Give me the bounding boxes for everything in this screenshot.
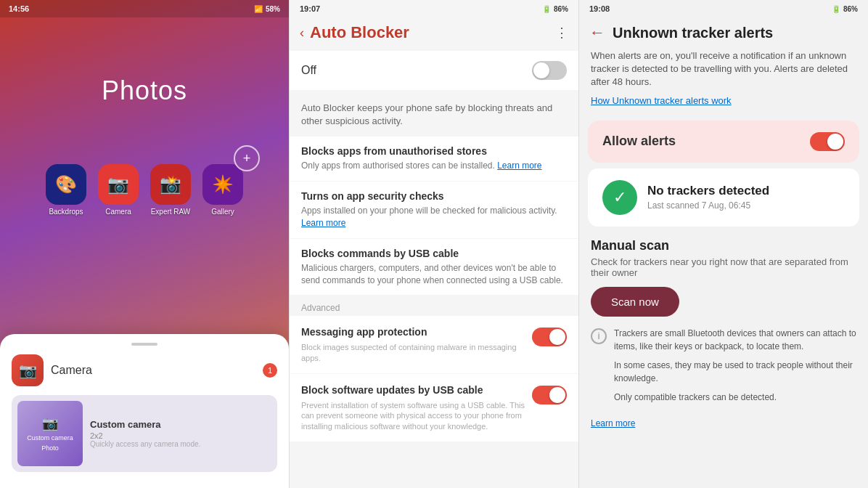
time-2: 19:07	[300, 4, 320, 13]
preview-thumb-label: Custom camera	[27, 434, 73, 442]
messaging-protection-row[interactable]: Messaging app protection Block images su…	[290, 316, 578, 373]
info-icon: i	[591, 328, 607, 344]
panel-home-screen: 14:56 📶 58% Photos + 🎨 Backdrops 📷 Camer…	[0, 0, 289, 488]
desc-section: Auto Blocker keeps your phone safe by bl…	[290, 93, 578, 137]
auto-blocker-header: ‹ Auto Blocker ⋮	[290, 17, 578, 48]
messaging-toggle[interactable]	[532, 328, 567, 346]
app-expert-raw[interactable]: 📸 Expert RAW	[150, 164, 191, 216]
status-bar-1: 14:56 📶 58%	[0, 0, 289, 17]
toggle-off-label: Off	[301, 64, 316, 77]
no-tracker-sub: Last scanned 7 Aug, 06:45	[647, 200, 769, 211]
photos-title: Photos	[0, 76, 289, 106]
gallery-label: Gallery	[211, 208, 234, 216]
expert-raw-icon: 📸	[150, 164, 191, 205]
feature-card-1: Blocks apps from unauthorised stores Onl…	[290, 137, 578, 181]
auto-blocker-content: Off Auto Blocker keeps your phone safe b…	[290, 48, 578, 478]
usb-toggle-knob	[549, 387, 565, 403]
learn-link-1[interactable]: Learn more	[497, 160, 541, 171]
app-backdrops[interactable]: 🎨 Backdrops	[46, 164, 86, 216]
feature-card-2: Turns on app security checks Apps instal…	[290, 182, 578, 238]
status-icons-2: 🔋 86%	[542, 5, 568, 13]
backdrops-icon: 🎨	[46, 164, 86, 205]
toggle-knob	[533, 62, 549, 78]
learn-more-link[interactable]: Learn more	[579, 417, 868, 434]
camera-icon: 📷	[98, 164, 139, 205]
status-bar-2: 19:07 🔋 86%	[290, 0, 578, 17]
auto-blocker-desc: Auto Blocker keeps your phone safe by bl…	[301, 102, 567, 128]
usb-title: Block software updates by USB cable	[301, 384, 525, 396]
more-options-button[interactable]: ⋮	[555, 25, 568, 41]
auto-blocker-toggle[interactable]	[532, 61, 567, 80]
preview-title: Custom camera	[90, 419, 200, 430]
time-3: 19:08	[589, 4, 610, 13]
info-para-2: In some cases, they may be used to track…	[614, 359, 856, 385]
info-paragraphs: Trackers are small Bluetooth devices tha…	[614, 327, 856, 410]
back-button[interactable]: ‹	[300, 25, 304, 41]
feature-title-2: Turns on app security checks	[301, 190, 567, 202]
feature-title-1: Blocks apps from unauthorised stores	[301, 145, 567, 157]
check-icon: ✓	[602, 180, 637, 215]
manual-scan-section: Manual scan Check for trackers near you …	[579, 232, 868, 320]
panel-tracker-alerts: 19:08 🔋 86% ← Unknown tracker alerts Whe…	[579, 0, 868, 488]
status-icons-1: 📶 58%	[254, 5, 280, 13]
messaging-toggle-knob	[549, 329, 565, 345]
tracker-alerts-title: Unknown tracker alerts	[613, 25, 773, 41]
time-1: 14:56	[9, 4, 29, 13]
tracker-header: ← Unknown tracker alerts	[579, 17, 868, 49]
scan-now-button[interactable]: Scan now	[591, 287, 679, 317]
panel-auto-blocker: 19:07 🔋 86% ‹ Auto Blocker ⋮ Off Auto Bl…	[289, 0, 579, 488]
feature-desc-2: Apps installed on your phone will be che…	[301, 205, 567, 229]
sheet-preview[interactable]: 📷 Custom camera Photo Custom camera 2x2 …	[12, 395, 277, 472]
feature-card-3: Blocks commands by USB cable Malicious c…	[290, 239, 578, 296]
bottom-sheet: 📷 Camera 1 📷 Custom camera Photo Custom …	[0, 334, 289, 488]
back-button-3[interactable]: ←	[589, 23, 605, 42]
add-widget-button[interactable]: +	[234, 145, 260, 171]
tracker-info-text: When alerts are on, you'll receive a not…	[579, 49, 868, 95]
app-camera[interactable]: 📷 Camera	[98, 164, 139, 216]
no-tracker-title: No trackers detected	[647, 184, 769, 198]
auto-blocker-title: Auto Blocker	[310, 23, 409, 42]
preview-details: Custom camera 2x2 Quickly access any cam…	[90, 419, 200, 448]
app-gallery[interactable]: ✴️ Gallery	[202, 164, 243, 216]
usb-update-row[interactable]: Block software updates by USB cable Prev…	[290, 374, 578, 442]
preview-thumb: 📷 Custom camera Photo	[17, 401, 83, 466]
feature-desc-1: Only apps from authorised stores can be …	[301, 160, 567, 172]
allow-alerts-knob	[827, 134, 843, 150]
status-icons-3: 🔋 86%	[832, 5, 858, 13]
expert-raw-label: Expert RAW	[151, 208, 191, 216]
preview-photo-label: Photo	[41, 444, 59, 452]
feature-title-3: Blocks commands by USB cable	[301, 248, 567, 259]
learn-link-2[interactable]: Learn more	[301, 218, 345, 228]
sheet-header: 📷 Camera 1	[12, 354, 277, 386]
messaging-title: Messaging app protection	[301, 326, 525, 338]
gallery-icon: ✴️	[202, 164, 243, 205]
no-tracker-card: ✓ No trackers detected Last scanned 7 Au…	[588, 168, 859, 227]
sheet-app-name: Camera	[51, 364, 92, 377]
preview-desc: Quickly access any camera mode.	[90, 440, 200, 448]
main-toggle-row[interactable]: Off	[290, 51, 578, 90]
usb-toggle[interactable]	[532, 386, 567, 404]
manual-scan-title: Manual scan	[591, 238, 856, 253]
info-para-3: Only compatible trackers can be detected…	[614, 391, 856, 404]
how-link[interactable]: How Unknown tracker alerts work	[579, 95, 868, 115]
usb-sub: Prevent installation of system software …	[301, 400, 525, 431]
tracker-info-section: i Trackers are small Bluetooth devices t…	[579, 320, 868, 417]
info-para-1: Trackers are small Bluetooth devices tha…	[614, 327, 856, 353]
preview-size: 2x2	[90, 431, 200, 440]
backdrops-label: Backdrops	[49, 208, 83, 216]
status-bar-3: 19:08 🔋 86%	[579, 0, 868, 17]
allow-alerts-label: Allow alerts	[602, 134, 676, 149]
usb-desc: Block software updates by USB cable Prev…	[301, 384, 525, 431]
manual-scan-desc: Check for trackers near you right now th…	[591, 256, 856, 278]
sheet-badge: 1	[263, 363, 277, 378]
advanced-label: Advanced	[290, 296, 578, 316]
messaging-sub: Block images suspected of containing mal…	[301, 342, 525, 363]
feature-desc-3: Malicious chargers, computers, and other…	[301, 262, 567, 287]
no-tracker-info: No trackers detected Last scanned 7 Aug,…	[647, 184, 769, 211]
camera-label: Camera	[105, 208, 131, 216]
sheet-handle	[131, 343, 157, 346]
sheet-app-icon: 📷	[12, 354, 44, 386]
app-grid: 🎨 Backdrops 📷 Camera 📸 Expert RAW ✴️ Gal…	[0, 164, 289, 216]
allow-alerts-toggle[interactable]	[810, 132, 845, 151]
messaging-desc: Messaging app protection Block images su…	[301, 326, 525, 363]
